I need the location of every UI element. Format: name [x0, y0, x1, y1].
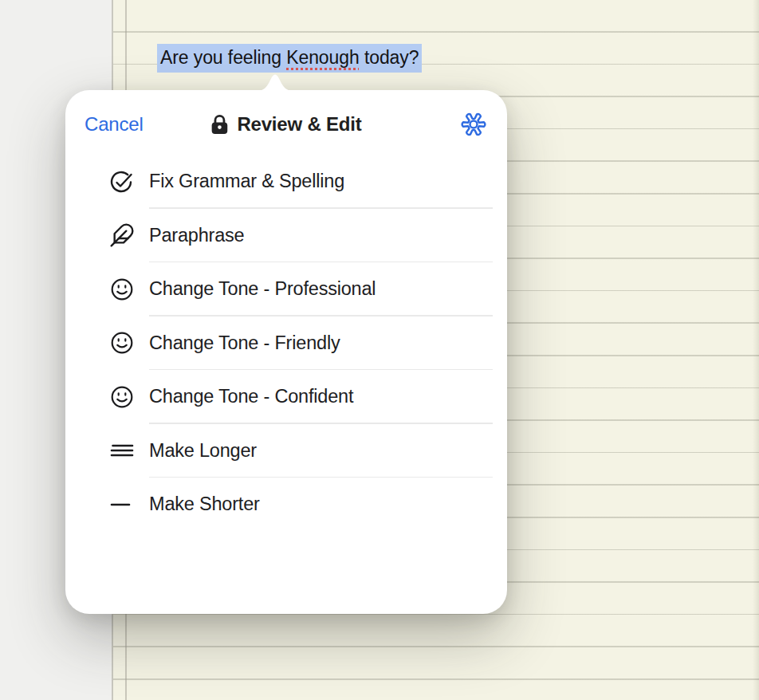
- smiley-icon: [109, 330, 135, 356]
- popover-title-group: Review & Edit: [210, 113, 361, 136]
- smiley-icon: [109, 277, 135, 302]
- smiley-icon: [109, 384, 135, 410]
- menu-item-label: Change Tone - Confident: [149, 386, 353, 407]
- page-right-edge: [753, 0, 759, 700]
- menu-item[interactable]: Change Tone - Professional: [65, 262, 507, 317]
- popover-arrow: [257, 71, 293, 91]
- menu-item-label: Make Shorter: [149, 494, 260, 515]
- settings-button[interactable]: [459, 110, 488, 139]
- check-circle-icon: [109, 169, 135, 195]
- menu-item[interactable]: Make Shorter: [65, 478, 507, 532]
- cancel-button[interactable]: Cancel: [85, 113, 144, 136]
- menu-item[interactable]: Paraphrase: [65, 209, 507, 263]
- make-shorter-icon: [109, 492, 135, 517]
- menu-item-label: Make Longer: [149, 440, 257, 462]
- selected-text-after: today?: [360, 47, 419, 68]
- menu-item[interactable]: Fix Grammar & Spelling: [65, 155, 507, 209]
- menu-item[interactable]: Make Longer: [65, 424, 507, 478]
- review-edit-popover: Cancel Review & Edit Fix Grammar & Spell…: [65, 90, 507, 614]
- menu-item-label: Change Tone - Professional: [149, 278, 376, 300]
- menu-item-label: Paraphrase: [149, 225, 245, 246]
- selected-text-before: Are you feeling: [160, 47, 286, 68]
- menu-list: Fix Grammar & Spelling Paraphrase Change…: [65, 155, 507, 532]
- popover-title: Review & Edit: [237, 113, 361, 136]
- popover-header: Cancel Review & Edit: [65, 110, 507, 139]
- gear-icon: [460, 111, 487, 138]
- menu-item-label: Change Tone - Friendly: [149, 332, 340, 354]
- lock-icon: [210, 113, 228, 136]
- menu-item[interactable]: Change Tone - Friendly: [65, 317, 507, 371]
- make-longer-icon: [109, 438, 135, 463]
- feather-icon: [109, 222, 135, 248]
- selected-text[interactable]: Are you feeling Kenough today?: [157, 44, 422, 73]
- menu-item[interactable]: Change Tone - Confident: [65, 370, 507, 424]
- misspelled-word[interactable]: Kenough: [286, 47, 359, 68]
- menu-item-label: Fix Grammar & Spelling: [149, 171, 344, 192]
